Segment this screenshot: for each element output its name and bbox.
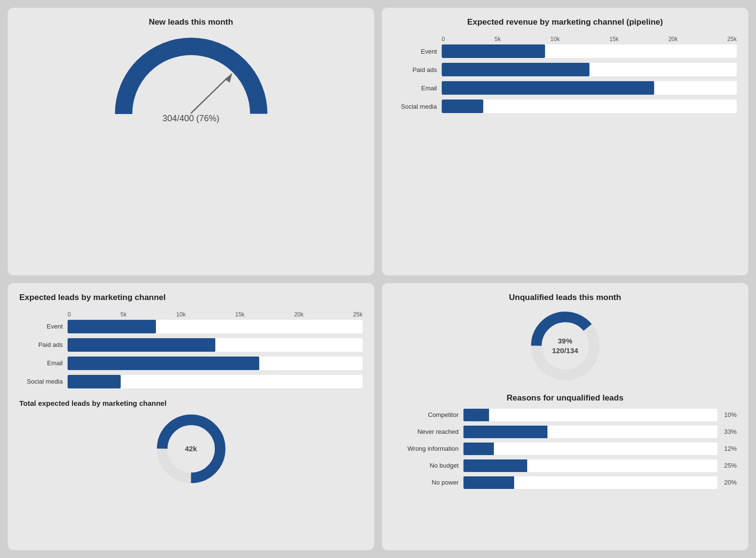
reasons-row: Wrong information 12%: [393, 443, 737, 455]
reasons-row: Competitor 10%: [393, 409, 737, 421]
bar-row: Email: [393, 81, 737, 95]
bar-track: [68, 375, 363, 388]
bar-fill: [68, 375, 121, 388]
axis-label: 25k: [728, 36, 737, 43]
bar-fill: [442, 44, 545, 58]
top-left-title: New leads this month: [149, 17, 233, 27]
axis-label: 10k: [176, 311, 185, 318]
bottom-left-bar-chart: 0 5k 10k 15k 20k 25k Event Paid ads Emai…: [19, 311, 363, 393]
reasons-fill: [463, 426, 547, 438]
axis-label: 20k: [294, 311, 303, 318]
reasons-label: No power: [393, 479, 463, 486]
top-right-bar-chart: 0 5k 10k 15k 20k 25k Event Paid ads Emai…: [393, 36, 737, 118]
bar-track: [442, 63, 737, 76]
bar-row: Paid ads: [19, 338, 363, 352]
reasons-row: Never reached 33%: [393, 426, 737, 438]
reasons-track: [463, 409, 717, 421]
reasons-track: [463, 476, 717, 489]
axis-label: 25k: [353, 311, 363, 318]
bar-label: Event: [19, 323, 68, 330]
bar-track: [442, 100, 737, 113]
gauge-container: 304/400 (76%): [114, 37, 268, 124]
unqualified-section: 39% 120/134: [393, 307, 737, 385]
reasons-pct: 12%: [717, 445, 737, 452]
axis-label: 10k: [550, 36, 560, 43]
top-left-card: New leads this month 304/400 (76%): [8, 8, 374, 275]
reasons-fill: [463, 443, 494, 455]
bottom-left-card: Expected leads by marketing channel 0 5k…: [8, 283, 374, 551]
reasons-track: [463, 443, 717, 455]
reasons-track: [463, 459, 717, 472]
bar-track: [68, 320, 363, 333]
bar-track: [68, 338, 363, 352]
bar-fill: [68, 338, 215, 352]
reasons-label: Never reached: [393, 428, 463, 435]
axis-label: 5k: [495, 36, 501, 43]
axis-label: 20k: [668, 36, 677, 43]
reasons-title: Reasons for unqualified leads: [507, 393, 624, 403]
bar-label: Email: [19, 359, 68, 367]
svg-marker-1: [225, 73, 232, 83]
bar-fill: [68, 320, 156, 333]
bar-label: Email: [393, 85, 442, 92]
gauge-label: 304/400 (76%): [162, 114, 219, 124]
bottom-left-axis: 0 5k 10k 15k 20k 25k: [68, 311, 363, 318]
bar-fill: [68, 357, 259, 370]
top-right-title: Expected revenue by marketing channel (p…: [467, 17, 663, 27]
bar-label: Social media: [19, 378, 68, 385]
reasons-pct: 10%: [717, 411, 737, 418]
reasons-fill: [463, 476, 514, 489]
donut-count: 120/134: [552, 346, 578, 355]
axis-label: 0: [442, 36, 445, 43]
bar-row: Social media: [19, 375, 363, 388]
bottom-left-title: Expected leads by marketing channel: [19, 293, 166, 302]
axis-label: 15k: [609, 36, 618, 43]
donut-pct: 39%: [558, 337, 572, 345]
reasons-pct: 25%: [717, 462, 737, 469]
bar-track: [68, 357, 363, 370]
gauge-svg: [114, 37, 268, 124]
bottom-right-card: Unqualified leads this month 39% 120/134…: [382, 283, 748, 551]
bottom-right-title: Unqualified leads this month: [509, 293, 621, 302]
bar-label: Event: [393, 48, 442, 55]
bar-row: Event: [19, 320, 363, 333]
unqualified-donut-center: 39% 120/134: [552, 336, 578, 355]
bar-track: [442, 81, 737, 95]
reasons-label: No budget: [393, 462, 463, 469]
bar-row: Social media: [393, 100, 737, 113]
axis-label: 0: [68, 311, 71, 318]
reasons-chart: Competitor 10% Never reached 33% Wrong i…: [393, 409, 737, 493]
reasons-label: Wrong information: [393, 445, 463, 452]
bottom-left-donut: 42k: [153, 410, 230, 487]
bar-row: Email: [19, 357, 363, 370]
unqualified-donut: 39% 120/134: [527, 307, 604, 385]
donut-row: 42k: [19, 410, 363, 487]
reasons-label: Competitor: [393, 411, 463, 418]
bar-label: Social media: [393, 103, 442, 110]
bar-fill: [442, 100, 483, 113]
donut-center-text: 42k: [185, 444, 197, 454]
bar-row: Event: [393, 44, 737, 58]
top-right-card: Expected revenue by marketing channel (p…: [382, 8, 748, 275]
reasons-track: [463, 426, 717, 438]
bar-fill: [442, 81, 654, 95]
reasons-row: No budget 25%: [393, 459, 737, 472]
axis-label: 5k: [121, 311, 127, 318]
reasons-fill: [463, 409, 489, 421]
reasons-row: No power 20%: [393, 476, 737, 489]
top-right-axis: 0 5k 10k 15k 20k 25k: [442, 36, 737, 43]
bar-track: [442, 44, 737, 58]
axis-label: 15k: [235, 311, 244, 318]
reasons-fill: [463, 459, 527, 472]
reasons-pct: 20%: [717, 479, 737, 486]
bar-label: Paid ads: [19, 341, 68, 348]
bar-label: Paid ads: [393, 66, 442, 73]
donut-subtitle: Total expected leads by marketing channe…: [19, 399, 363, 407]
bar-fill: [442, 63, 589, 76]
bar-row: Paid ads: [393, 63, 737, 76]
reasons-pct: 33%: [717, 428, 737, 435]
svg-line-0: [191, 78, 227, 113]
